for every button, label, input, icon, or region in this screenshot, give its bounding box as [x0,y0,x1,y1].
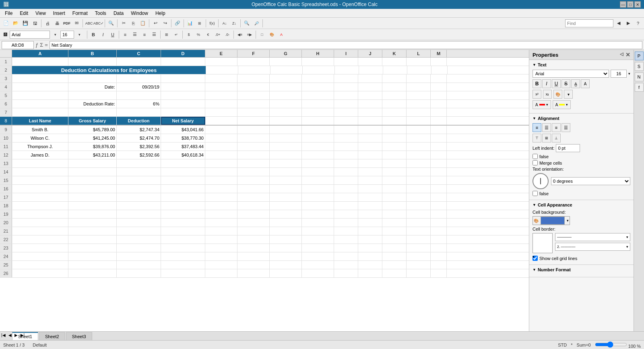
cell-d11[interactable]: $37,483.44 [161,142,205,151]
cell-b13[interactable] [68,159,117,167]
cell-a17[interactable] [12,193,68,201]
cell-l4[interactable] [407,83,431,91]
cell-c13[interactable] [117,159,161,167]
cell-b22[interactable] [68,235,117,244]
cell-k19[interactable] [382,210,407,218]
cell-h20[interactable] [302,219,334,227]
cell-i11[interactable] [334,142,358,151]
cell-e7[interactable] [205,108,237,116]
maximize-button[interactable]: □ [627,1,634,8]
cell-b23[interactable] [68,244,117,252]
border-dropdown[interactable]: ▾ [533,254,535,259]
cell-e13[interactable] [205,159,237,167]
cell-b5[interactable] [68,91,117,99]
cell-j22[interactable] [358,235,382,244]
cell-a19[interactable] [12,210,68,218]
cell-i26[interactable] [334,269,358,277]
cell-l23[interactable] [407,244,431,252]
pdf-button[interactable]: PDF [62,19,71,28]
cell-l6[interactable] [407,100,431,108]
cell-d18[interactable] [161,202,205,210]
cell-e1[interactable] [205,58,237,66]
cell-j8[interactable] [358,117,382,125]
cell-m19[interactable] [431,210,447,218]
cell-m1[interactable] [431,58,447,66]
cell-m13[interactable] [431,159,447,167]
cell-g21[interactable] [270,227,302,235]
cell-l18[interactable] [407,202,431,210]
cell-a12[interactable]: James D. [12,151,68,159]
cell-f4[interactable] [237,83,270,91]
cell-f10[interactable] [237,134,270,142]
col-header-j[interactable]: J [358,50,382,57]
alignment-section-header[interactable]: ▼ Alignment [533,116,630,121]
cell-k3[interactable] [382,74,407,83]
cell-k4[interactable] [382,83,407,91]
cell-j7[interactable] [358,108,382,116]
shadow-format-button[interactable]: A̲ [571,79,580,88]
email-button[interactable]: ✉ [72,19,81,28]
panel-close-button[interactable]: ✕ [625,52,630,58]
help-button[interactable]: ? [634,19,642,28]
cell-a21[interactable] [12,227,68,235]
sidebar-properties-icon[interactable]: P [635,52,644,60]
font-color-panel-button[interactable]: ▾ [564,90,573,99]
cell-f21[interactable] [237,227,270,235]
cell-l21[interactable] [407,227,431,235]
equals-icon[interactable]: = [45,42,48,48]
cell-k7[interactable] [382,108,407,116]
cell-f14[interactable] [237,168,270,176]
cell-d26[interactable] [161,269,205,277]
cell-j9[interactable] [358,126,382,134]
cell-c26[interactable] [117,269,161,277]
cell-i15[interactable] [334,176,358,184]
cell-c1[interactable] [117,58,161,66]
cell-i21[interactable] [334,227,358,235]
cell-f16[interactable] [237,185,270,193]
cell-e9[interactable] [205,126,237,134]
cell-i9[interactable] [334,126,358,134]
cell-b21[interactable] [68,227,117,235]
italic-button[interactable]: I [99,30,107,39]
align-left-panel-button[interactable]: ≡ [533,123,541,132]
cell-e12[interactable] [205,151,237,159]
cell-l15[interactable] [407,176,431,184]
cell-d22[interactable] [161,235,205,244]
function-wizard-icon[interactable]: ƒ [35,42,38,48]
cell-b26[interactable] [68,269,117,277]
cell-k1[interactable] [382,58,407,66]
cell-g16[interactable] [270,185,302,193]
cell-h6[interactable] [302,100,334,108]
cell-b9[interactable]: $45,789.00 [68,126,117,134]
cell-d3[interactable] [161,74,205,83]
cell-m4[interactable] [431,83,447,91]
sort-desc-button[interactable]: Z↓ [230,19,239,28]
menu-help[interactable]: Help [152,10,169,17]
cell-j24[interactable] [358,252,382,260]
copy-button[interactable]: ⎘ [129,19,138,28]
cell-e18[interactable] [205,202,237,210]
cell-d15[interactable] [161,176,205,184]
cell-k15[interactable] [382,176,407,184]
col-header-a[interactable]: A [12,50,68,57]
cell-e14[interactable] [205,168,237,176]
valign-bottom-button[interactable]: ⊥ [552,134,561,142]
cell-b6[interactable]: Deduction Rate: [68,100,117,108]
cell-h15[interactable] [302,176,334,184]
number-format-header[interactable]: ▼ Number Format [533,267,630,272]
cell-j25[interactable] [358,261,382,269]
border-style-dropdown[interactable]: ▾ [626,235,628,239]
cell-c11[interactable]: $2,392.56 [117,142,161,151]
menu-view[interactable]: View [32,10,49,17]
chart-button[interactable]: 📊 [186,19,194,28]
cell-k6[interactable] [382,100,407,108]
cell-l5[interactable] [407,91,431,99]
cell-c12[interactable]: $2,592.66 [117,151,161,159]
cell-l2[interactable] [407,66,431,74]
cell-e11[interactable] [205,142,237,151]
cell-m8[interactable] [431,117,447,125]
cell-h2[interactable] [303,66,335,74]
cell-h4[interactable] [302,83,334,91]
cell-j10[interactable] [358,134,382,142]
cell-f20[interactable] [237,219,270,227]
